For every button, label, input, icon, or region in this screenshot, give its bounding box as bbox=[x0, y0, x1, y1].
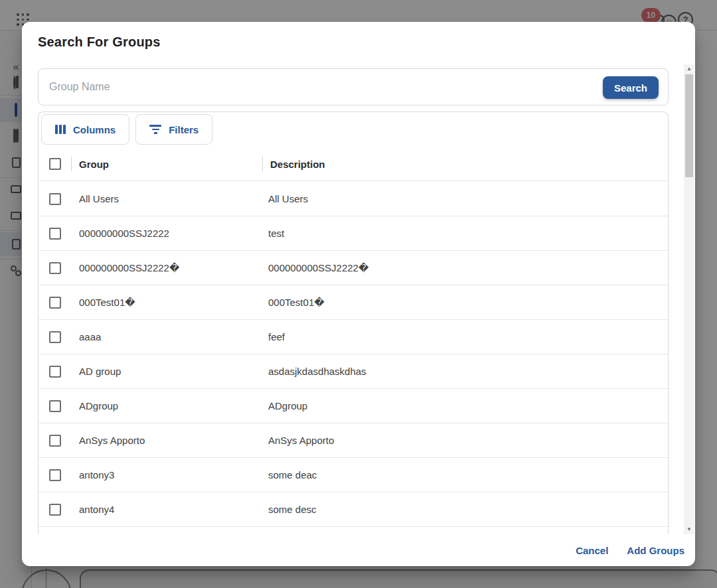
row-checkbox[interactable] bbox=[49, 262, 61, 274]
group-cell: AnSys Apporto bbox=[79, 435, 260, 446]
table-toolbar: Columns Filters bbox=[41, 114, 212, 145]
row-checkbox[interactable] bbox=[49, 435, 61, 447]
table-row[interactable]: 000000000SSJ2222� 000000000SSJ2222� bbox=[39, 251, 668, 285]
description-cell: 000000000SSJ2222� bbox=[268, 262, 668, 274]
table-row[interactable]: AnSys Apporto AnSys Apporto bbox=[39, 423, 668, 458]
table-row[interactable]: AD group asdasjkdasdhaskdhas bbox=[39, 354, 668, 389]
search-button[interactable]: Search bbox=[603, 76, 659, 99]
table-row[interactable]: All Users All Users bbox=[39, 182, 668, 216]
description-cell: 000Test01� bbox=[268, 297, 668, 309]
row-checkbox[interactable] bbox=[49, 193, 61, 205]
description-cell: some desc bbox=[268, 504, 668, 515]
row-checkbox[interactable] bbox=[49, 504, 61, 516]
search-for-groups-dialog: Search For Groups Search Columns Filters bbox=[22, 22, 695, 566]
row-checkbox[interactable] bbox=[49, 400, 61, 412]
column-separator bbox=[71, 157, 72, 171]
group-cell: 000000000SSJ2222� bbox=[79, 262, 260, 274]
table-row[interactable]: antony3 some deac bbox=[39, 458, 668, 492]
scroll-up-arrow[interactable]: ▲ bbox=[684, 64, 694, 74]
group-cell: antony3 bbox=[79, 469, 260, 480]
description-cell: some deac bbox=[268, 469, 668, 480]
table-row[interactable]: 000000000SSJ2222 test bbox=[39, 216, 668, 251]
table-header-row: Group Description bbox=[39, 147, 668, 181]
table-row[interactable]: 000Test01� 000Test01� bbox=[39, 285, 668, 320]
table-row[interactable]: ADgroup ADgroup bbox=[39, 389, 668, 423]
group-cell: antony4 bbox=[79, 504, 260, 515]
description-cell: ADgroup bbox=[268, 400, 668, 411]
column-header-description[interactable]: Description bbox=[270, 159, 325, 170]
dialog-actions: Cancel Add Groups bbox=[22, 534, 695, 566]
group-search-box: Search bbox=[38, 68, 669, 106]
filters-button[interactable]: Filters bbox=[135, 114, 212, 145]
scrollbar-thumb[interactable] bbox=[685, 74, 693, 177]
table-body: All Users All Users 000000000SSJ2222 tes… bbox=[39, 182, 668, 527]
description-cell: AnSys Apporto bbox=[268, 435, 668, 446]
columns-button-label: Columns bbox=[73, 124, 116, 135]
add-groups-button[interactable]: Add Groups bbox=[627, 545, 684, 556]
group-cell: ADgroup bbox=[79, 400, 260, 411]
groups-table: Columns Filters Group Description All Us… bbox=[38, 111, 669, 534]
description-cell: test bbox=[268, 228, 668, 239]
scroll-down-arrow[interactable]: ▼ bbox=[684, 525, 694, 534]
row-checkbox[interactable] bbox=[49, 331, 61, 343]
column-separator bbox=[262, 157, 263, 171]
select-all-checkbox[interactable] bbox=[49, 158, 61, 170]
row-checkbox[interactable] bbox=[49, 469, 61, 481]
table-row[interactable]: antony4 some desc bbox=[39, 492, 668, 527]
columns-icon bbox=[55, 125, 66, 134]
filters-button-label: Filters bbox=[169, 124, 199, 135]
group-cell: 000000000SSJ2222 bbox=[79, 228, 260, 239]
group-cell: 000Test01� bbox=[79, 297, 260, 309]
group-name-input[interactable] bbox=[49, 69, 514, 105]
cancel-button[interactable]: Cancel bbox=[576, 545, 608, 556]
description-cell: feef bbox=[268, 331, 668, 342]
filter-icon bbox=[149, 125, 161, 134]
column-header-group[interactable]: Group bbox=[79, 159, 262, 170]
table-row[interactable]: aaaa feef bbox=[39, 320, 668, 354]
group-cell: AD group bbox=[79, 366, 260, 377]
columns-button[interactable]: Columns bbox=[41, 114, 129, 145]
dialog-content: Search Columns Filters Group Description bbox=[22, 64, 695, 534]
dialog-title: Search For Groups bbox=[38, 35, 161, 50]
description-cell: All Users bbox=[268, 193, 668, 204]
description-cell: asdasjkdasdhaskdhas bbox=[268, 366, 668, 377]
group-cell: All Users bbox=[79, 193, 260, 204]
group-cell: aaaa bbox=[79, 331, 260, 342]
dialog-scrollbar[interactable]: ▲ ▼ bbox=[684, 64, 694, 534]
row-checkbox[interactable] bbox=[49, 366, 61, 378]
row-checkbox[interactable] bbox=[49, 228, 61, 240]
row-checkbox[interactable] bbox=[49, 297, 61, 309]
